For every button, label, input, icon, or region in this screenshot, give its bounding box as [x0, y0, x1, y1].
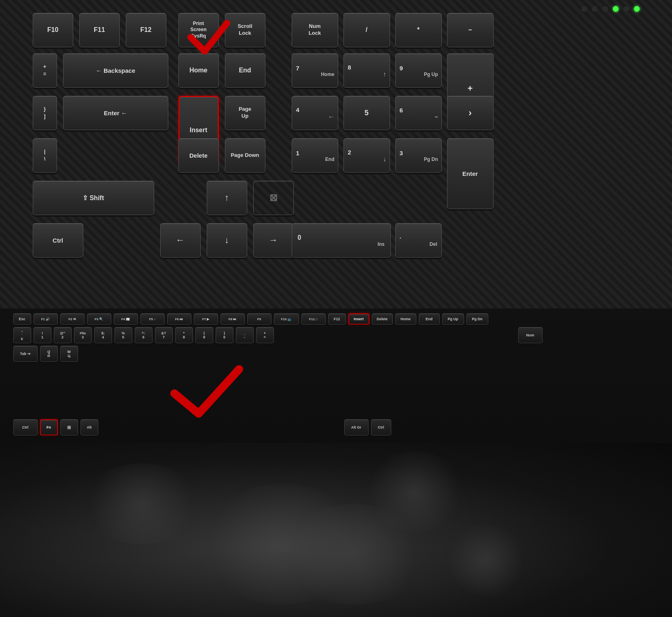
8-key-b[interactable]: *8	[175, 327, 193, 343]
led-3	[602, 6, 608, 12]
numpad-0-key[interactable]: 0 Ins	[292, 223, 391, 258]
enter-key[interactable]: Enter ←	[63, 96, 168, 130]
f12-key[interactable]: F12	[126, 13, 166, 47]
3-key-b[interactable]: #№3	[74, 327, 92, 343]
numpad-slash-key[interactable]: /	[343, 13, 390, 47]
bracket-key[interactable]: }]	[33, 96, 57, 130]
f3-key-b[interactable]: F3 🔍	[87, 313, 111, 325]
backspace-key[interactable]: ← Backspace	[63, 53, 168, 88]
arrow-up-key[interactable]: ↑	[207, 181, 247, 215]
bottom-keyboard-section: Esc F1 🔊 F2 ✉ F3 🔍 F4 📰 F5 ♪ F6 ⏮ F7 ▶ F…	[0, 308, 672, 617]
shift-key[interactable]: ⇧ Shift	[33, 181, 154, 215]
home-key-b[interactable]: Home	[395, 313, 416, 325]
numpad-enter-key[interactable]: Enter	[447, 138, 494, 209]
end-key-b[interactable]: End	[419, 313, 440, 325]
f5-key-b[interactable]: F5 ♪	[140, 313, 165, 325]
pipe-key[interactable]: |\	[33, 138, 57, 173]
win-key-b[interactable]: ⊞	[60, 419, 78, 435]
f9-key-b[interactable]: F9	[247, 313, 271, 325]
minus-key-b[interactable]: _-	[236, 327, 254, 343]
numpad-7-key[interactable]: 7 Home	[292, 53, 338, 88]
plus-eq-key[interactable]: +=	[33, 53, 57, 88]
led-6	[634, 6, 640, 12]
f10-key[interactable]: F10	[33, 13, 73, 47]
bottom-checkmark	[166, 361, 247, 426]
f11-key[interactable]: F11	[79, 13, 120, 47]
delete-key-b[interactable]: Delete	[372, 313, 393, 325]
numpad-star-key[interactable]: *	[395, 13, 442, 47]
altgr-key-b[interactable]: Alt Gr	[344, 419, 369, 435]
top-keyboard-section: F10 F11 F12 PrintScreenSysRq ScrollLock …	[0, 0, 672, 308]
tab-key-b[interactable]: Tab ⇥	[13, 346, 38, 362]
scroll-lock-key[interactable]: ScrollLock	[225, 13, 265, 47]
7-key-b[interactable]: &?7	[155, 327, 173, 343]
insert-key-b[interactable]: Insert	[348, 313, 369, 325]
w-key-b[interactable]: WЦ	[60, 346, 78, 362]
6-key-b[interactable]: ^:6	[135, 327, 153, 343]
numpad-2-key[interactable]: 2 ↓	[343, 138, 390, 173]
esc-key-b[interactable]: Esc	[13, 313, 31, 325]
f7-key-b[interactable]: F7 ▶	[194, 313, 218, 325]
f4-key-b[interactable]: F4 📰	[114, 313, 138, 325]
f12-key-b[interactable]: F12	[328, 313, 346, 325]
numpad-9-key[interactable]: 9 Pg Up	[395, 53, 442, 88]
f1-key-b[interactable]: F1 🔊	[34, 313, 58, 325]
numpad-4-key[interactable]: 4 ←	[292, 96, 338, 130]
q-key-b[interactable]: QЙ	[40, 346, 58, 362]
1-key-b[interactable]: !1	[34, 327, 51, 343]
led-5	[623, 6, 629, 12]
f10-key-b[interactable]: F10 📺	[274, 313, 299, 325]
numpad-minus-key[interactable]: −	[447, 13, 494, 47]
ctrl-r-key-b[interactable]: Ctrl	[371, 419, 391, 435]
numpad-8-key[interactable]: 8 ↑	[343, 53, 390, 88]
end-key[interactable]: End	[225, 53, 265, 88]
ctrl-key-b[interactable]: Ctrl	[13, 419, 38, 435]
liquid-overlay	[0, 443, 672, 617]
pgup-key-b[interactable]: Pg Up	[442, 313, 464, 325]
5-key-b[interactable]: %5	[114, 327, 132, 343]
numpad-5-key[interactable]: 5	[343, 96, 390, 130]
print-screen-key[interactable]: PrintScreenSysRq	[178, 13, 219, 47]
numpad-3-key[interactable]: 3 Pg Dn	[395, 138, 442, 173]
f6-key-b[interactable]: F6 ⏮	[167, 313, 191, 325]
4-key-b[interactable]: $;4	[94, 327, 112, 343]
led-4	[613, 6, 619, 12]
page-down-key[interactable]: Page Down	[225, 138, 265, 173]
numpad-dot-key[interactable]: · Del	[395, 223, 442, 258]
bottom-keyboard: Esc F1 🔊 F2 ✉ F3 🔍 F4 📰 F5 ♪ F6 ⏮ F7 ▶ F…	[13, 313, 660, 450]
led-2	[592, 6, 598, 12]
tilde-key-b[interactable]: ~`Ё	[13, 327, 31, 343]
delete-key[interactable]: Delete	[178, 138, 219, 173]
f8-key-b[interactable]: F8 ⏭	[220, 313, 245, 325]
diagonal-icon-key[interactable]: ⊠	[253, 181, 294, 215]
fn-key-b[interactable]: Fn	[40, 419, 58, 435]
pgdn-key-b[interactable]: Pg Dn	[466, 313, 488, 325]
home-key[interactable]: Home	[178, 53, 219, 88]
alt-key-b[interactable]: Alt	[81, 419, 98, 435]
page-up-key[interactable]: PageUp	[225, 96, 265, 130]
arrow-left-key[interactable]: ←	[160, 223, 201, 258]
0-key-b[interactable]: )0	[216, 327, 233, 343]
num-key-b[interactable]: Num	[518, 327, 543, 343]
led-indicators	[581, 6, 640, 12]
num-lock-key[interactable]: NumLock	[292, 13, 338, 47]
f11-key-b[interactable]: F11 □	[301, 313, 326, 325]
arrow-right-key[interactable]: →	[253, 223, 294, 258]
numpad-gt-key[interactable]: ›	[447, 96, 494, 130]
led-1	[581, 6, 587, 12]
2-key-b[interactable]: @"2	[54, 327, 72, 343]
9-key-b[interactable]: (9	[195, 327, 213, 343]
numpad-1-key[interactable]: 1 End	[292, 138, 338, 173]
ctrl-left-key[interactable]: Ctrl	[33, 223, 83, 258]
plus-key-b[interactable]: +=	[256, 327, 274, 343]
numpad-6-key[interactable]: 6 −	[395, 96, 442, 130]
arrow-down-key[interactable]: ↓	[207, 223, 247, 258]
top-keyboard: F10 F11 F12 PrintScreenSysRq ScrollLock …	[33, 13, 640, 296]
f2-key-b[interactable]: F2 ✉	[60, 313, 85, 325]
